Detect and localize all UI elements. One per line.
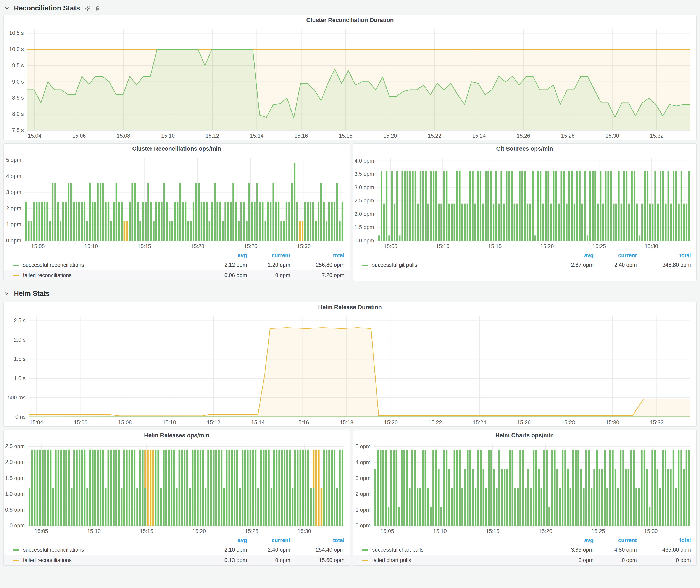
cluster-reconciliations-chart[interactable]: 0 opm1 opm2 opm3 opm4 opm5 opm15:0515:10… [4,154,350,250]
svg-text:15:30: 15:30 [644,243,658,249]
svg-text:15:25: 15:25 [592,243,606,249]
legend-item[interactable]: successful reconciliations2.10 opm2.40 o… [4,545,350,555]
legend-item[interactable]: successful reconciliations2.12 opm1.20 o… [4,260,350,270]
dashboard: Reconciliation Stats Cluster Reconciliat… [0,0,700,588]
svg-text:15:25: 15:25 [245,528,259,534]
panel-title[interactable]: Cluster Reconciliation Duration [4,15,696,26]
legend-label[interactable]: successful git pulls [372,262,417,268]
section-title[interactable]: Reconciliation Stats [14,4,80,12]
svg-text:3.5 opm: 3.5 opm [354,171,374,177]
helm-releases-opm-plot[interactable]: 0 opm0.5 opm1.0 opm1.5 opm2.0 opm2.5 opm… [4,441,350,535]
legend-value: 0 opm [247,557,290,563]
legend-item[interactable]: failed chart pulls0 opm0 opm0 opm [353,555,696,565]
svg-text:15:28: 15:28 [561,133,575,139]
legend-value: 0 opm [247,272,290,278]
panel-title[interactable]: Helm Releases ops/min [4,430,350,441]
legend-header-avg[interactable]: avg [552,537,594,543]
svg-text:15:15: 15:15 [138,243,151,249]
legend-value: 465.60 opm [637,547,691,553]
svg-text:15:05: 15:05 [31,243,45,249]
series-color-dash [362,549,368,551]
git-sources-opm-plot[interactable]: 1.0 opm1.5 opm2.0 opm2.5 opm3.0 opm3.5 o… [353,154,696,250]
legend-item[interactable]: successful git pulls2.87 opm2.40 opm346.… [353,260,696,270]
chevron-down-icon[interactable] [4,291,10,296]
legend-header-avg[interactable]: avg [206,252,247,258]
svg-text:1.0 s: 1.0 s [14,375,26,381]
legend-header-total[interactable]: total [637,537,691,543]
legend-header-current[interactable]: current [594,537,637,543]
svg-text:7.5 s: 7.5 s [12,127,24,133]
svg-text:10.0 s: 10.0 s [9,46,24,52]
panel-title[interactable]: Cluster Reconciliations ops/min [4,144,350,154]
helm-release-duration-chart[interactable]: 0 ns500 ms1.0 s1.5 s2.0 s2.5 s15:0415:06… [4,313,696,426]
helm-charts-chart[interactable]: 0 opm1 opm2 opm3 opm4 opm5 opm15:0515:10… [353,441,696,535]
svg-text:2.5 opm: 2.5 opm [5,443,25,449]
series-color-dash [13,560,19,561]
svg-text:15:18: 15:18 [340,419,353,425]
svg-text:2 opm: 2 opm [355,491,370,497]
legend-item[interactable]: successful chart pulls3.85 opm4.80 opm46… [353,545,696,555]
svg-text:8.5 s: 8.5 s [12,95,24,101]
svg-text:500 ms: 500 ms [8,394,26,401]
helm-releases-chart[interactable]: 0 opm0.5 opm1.0 opm1.5 opm2.0 opm2.5 opm… [4,441,350,535]
helm-charts-opm-plot[interactable]: 0 opm1 opm2 opm3 opm4 opm5 opm15:0515:10… [353,441,696,535]
svg-text:15:30: 15:30 [606,133,619,139]
svg-text:5 opm: 5 opm [6,157,21,163]
svg-text:15:18: 15:18 [339,133,353,139]
legend-label[interactable]: failed reconciliations [23,557,72,563]
svg-text:15:25: 15:25 [244,243,258,249]
svg-text:0 opm: 0 opm [10,522,25,528]
section-title[interactable]: Helm Stats [14,290,50,297]
cluster-reconciliations-opm-plot[interactable]: 0 opm1 opm2 opm3 opm4 opm5 opm15:0515:10… [4,154,350,250]
trash-icon[interactable] [95,5,101,11]
svg-text:1 opm: 1 opm [6,221,21,227]
legend-header-total[interactable]: total [637,252,691,258]
legend-value: 254.40 opm [290,547,344,553]
gear-icon[interactable] [84,5,91,11]
svg-text:15:20: 15:20 [191,243,204,249]
svg-text:4 opm: 4 opm [6,173,21,179]
svg-text:15:30: 15:30 [297,243,311,249]
section-header-helm-stats[interactable]: Helm Stats [0,287,700,300]
legend-value: 256.80 opm [290,262,344,268]
svg-text:15:10: 15:10 [87,528,101,534]
legend-header-current[interactable]: current [247,252,290,258]
legend-label[interactable]: successful reconciliations [23,262,84,268]
svg-text:15:26: 15:26 [517,133,530,139]
svg-text:15:04: 15:04 [28,133,42,139]
legend-label[interactable]: successful reconciliations [23,547,84,553]
legend-item[interactable]: failed reconciliations0.13 opm0 opm15.60… [4,555,350,565]
legend-value: 0 opm [594,557,637,563]
git-sources-chart[interactable]: 1.0 opm1.5 opm2.0 opm2.5 opm3.0 opm3.5 o… [353,154,696,250]
legend-label[interactable]: failed reconciliations [23,272,72,278]
legend-header-avg[interactable]: avg [552,252,594,258]
legend-header-current[interactable]: current [247,537,290,543]
legend-value: 3.85 opm [552,547,594,553]
legend-header-current[interactable]: current [594,252,637,258]
section-header-reconciliation-stats[interactable]: Reconciliation Stats [0,2,700,15]
legend-header-total[interactable]: total [290,252,344,258]
svg-text:0 ns: 0 ns [15,414,26,420]
chevron-down-icon[interactable] [4,6,10,11]
helm-release-duration-plot[interactable]: 0 ns500 ms1.0 s1.5 s2.0 s2.5 s15:0415:06… [4,313,696,426]
cluster-reconciliation-duration-chart[interactable]: 7.5 s8.0 s8.5 s9.0 s9.5 s10.0 s10.5 s15:… [4,26,696,140]
panel-helm-charts: Helm Charts ops/min 0 opm1 opm2 opm3 opm… [353,430,697,566]
panel-title[interactable]: Helm Charts ops/min [353,430,696,441]
legend-header-avg[interactable]: avg [206,537,247,543]
svg-text:15:30: 15:30 [644,528,658,534]
cluster-reconciliation-duration-plot[interactable]: 7.5 s8.0 s8.5 s9.0 s9.5 s10.0 s10.5 s15:… [4,26,696,140]
svg-text:15:05: 15:05 [380,528,394,534]
legend-header-total[interactable]: total [290,537,344,543]
panel-title[interactable]: Helm Release Duration [4,302,696,313]
svg-text:0 opm: 0 opm [6,237,21,244]
svg-text:15:10: 15:10 [163,419,176,425]
panel-title[interactable]: Git Sources ops/min [353,144,696,154]
legend-value: 2.40 opm [247,547,290,553]
svg-text:15:15: 15:15 [488,243,502,249]
legend: avgcurrenttotalsuccessful chart pulls3.8… [353,535,696,565]
svg-text:15:10: 15:10 [84,243,98,249]
legend-item[interactable]: failed reconciliations0.06 opm0 opm7.20 … [4,270,350,281]
legend-label[interactable]: successful chart pulls [372,547,424,553]
svg-text:15:10: 15:10 [433,528,447,534]
legend-label[interactable]: failed chart pulls [372,557,411,563]
